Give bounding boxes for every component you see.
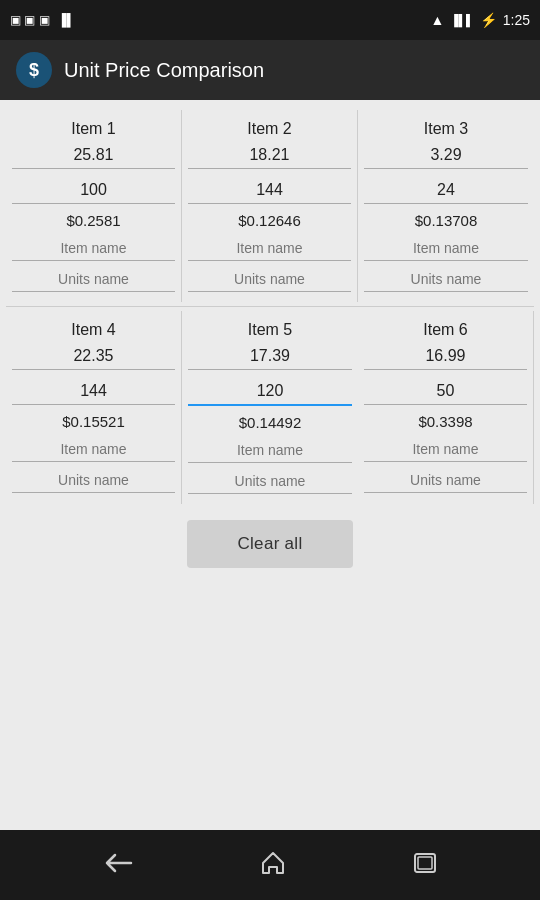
item-cell-3: Item 3 $0.13708 xyxy=(358,110,534,302)
wifi-icon: ▲ xyxy=(431,12,445,28)
signal-icon: ▐▌▌ xyxy=(450,14,473,26)
item-3-price-input[interactable] xyxy=(364,142,528,169)
item-2-name-input[interactable] xyxy=(188,236,351,261)
item-1-units-input[interactable] xyxy=(12,267,175,292)
item-1-name-input[interactable] xyxy=(12,236,175,261)
item-4-label: Item 4 xyxy=(71,321,115,339)
clock: 1:25 xyxy=(503,12,530,28)
item-3-units-input[interactable] xyxy=(364,267,528,292)
item-3-name-input[interactable] xyxy=(364,236,528,261)
item-cell-6: Item 6 $0.3398 xyxy=(358,311,534,504)
battery-icon: ⚡ xyxy=(480,12,497,28)
item-cell-1: Item 1 $0.2581 xyxy=(6,110,182,302)
item-2-quantity-input[interactable] xyxy=(188,177,351,204)
item-6-units-input[interactable] xyxy=(364,468,527,493)
item-5-price-input[interactable] xyxy=(188,343,352,370)
item-4-name-input[interactable] xyxy=(12,437,175,462)
status-left-icons: ▣ ▣ ▣ ▐▌ xyxy=(10,13,75,27)
item-3-unit-price: $0.13708 xyxy=(364,208,528,233)
item-2-unit-price: $0.12646 xyxy=(188,208,351,233)
clear-all-button[interactable]: Clear all xyxy=(187,520,352,568)
svg-rect-1 xyxy=(418,857,432,869)
home-button[interactable] xyxy=(260,850,286,880)
item-3-quantity-input[interactable] xyxy=(364,177,528,204)
item-cell-5: Item 5 $0.14492 xyxy=(182,311,358,504)
main-content: Item 1 $0.2581 Item 2 $0.12646 Item 3 $0… xyxy=(0,100,540,830)
item-1-unit-price: $0.2581 xyxy=(12,208,175,233)
clear-btn-row: Clear all xyxy=(6,520,534,568)
item-6-unit-price: $0.3398 xyxy=(364,409,527,434)
back-button[interactable] xyxy=(103,852,133,878)
status-right-icons: ▲ ▐▌▌ ⚡ 1:25 xyxy=(431,12,531,28)
item-1-label: Item 1 xyxy=(71,120,115,138)
app-icon: $ xyxy=(16,52,52,88)
dollar-symbol: $ xyxy=(29,60,39,81)
item-3-label: Item 3 xyxy=(424,120,468,138)
item-5-quantity-input[interactable] xyxy=(188,378,352,406)
app-bar: $ Unit Price Comparison xyxy=(0,40,540,100)
item-6-price-input[interactable] xyxy=(364,343,527,370)
items-grid: Item 1 $0.2581 Item 2 $0.12646 Item 3 $0… xyxy=(6,110,534,504)
section-divider-1 xyxy=(6,306,534,307)
item-6-quantity-input[interactable] xyxy=(364,378,527,405)
item-2-price-input[interactable] xyxy=(188,142,351,169)
nav-bar xyxy=(0,830,540,900)
item-5-label: Item 5 xyxy=(248,321,292,339)
item-5-units-input[interactable] xyxy=(188,469,352,494)
item-cell-4: Item 4 $0.15521 xyxy=(6,311,182,504)
item-2-units-input[interactable] xyxy=(188,267,351,292)
item-4-units-input[interactable] xyxy=(12,468,175,493)
item-4-unit-price: $0.15521 xyxy=(12,409,175,434)
item-4-quantity-input[interactable] xyxy=(12,378,175,405)
app-title: Unit Price Comparison xyxy=(64,59,264,82)
recents-button[interactable] xyxy=(413,852,437,878)
item-4-price-input[interactable] xyxy=(12,343,175,370)
item-5-name-input[interactable] xyxy=(188,438,352,463)
item-6-label: Item 6 xyxy=(423,321,467,339)
item-1-quantity-input[interactable] xyxy=(12,177,175,204)
status-bar: ▣ ▣ ▣ ▐▌ ▲ ▐▌▌ ⚡ 1:25 xyxy=(0,0,540,40)
item-1-price-input[interactable] xyxy=(12,142,175,169)
item-2-label: Item 2 xyxy=(247,120,291,138)
bar-icon: ▐▌ xyxy=(58,13,75,27)
sim-icon: ▣ ▣ ▣ xyxy=(10,13,50,27)
item-5-unit-price: $0.14492 xyxy=(188,410,352,435)
item-cell-2: Item 2 $0.12646 xyxy=(182,110,358,302)
item-6-name-input[interactable] xyxy=(364,437,527,462)
